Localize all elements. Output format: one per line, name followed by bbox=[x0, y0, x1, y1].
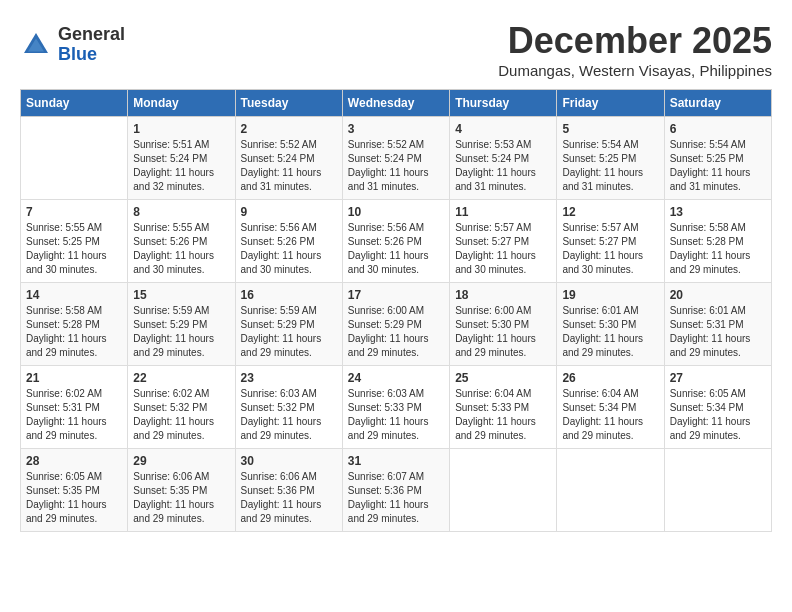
calendar-cell: 20Sunrise: 6:01 AM Sunset: 5:31 PM Dayli… bbox=[664, 283, 771, 366]
logo-icon bbox=[20, 29, 52, 61]
calendar-cell: 5Sunrise: 5:54 AM Sunset: 5:25 PM Daylig… bbox=[557, 117, 664, 200]
day-number: 15 bbox=[133, 288, 229, 302]
day-number: 19 bbox=[562, 288, 658, 302]
day-info: Sunrise: 5:56 AM Sunset: 5:26 PM Dayligh… bbox=[241, 221, 337, 277]
calendar-cell: 14Sunrise: 5:58 AM Sunset: 5:28 PM Dayli… bbox=[21, 283, 128, 366]
calendar-week-3: 21Sunrise: 6:02 AM Sunset: 5:31 PM Dayli… bbox=[21, 366, 772, 449]
day-info: Sunrise: 6:06 AM Sunset: 5:36 PM Dayligh… bbox=[241, 470, 337, 526]
logo-blue: Blue bbox=[58, 44, 97, 64]
day-number: 1 bbox=[133, 122, 229, 136]
location: Dumangas, Western Visayas, Philippines bbox=[498, 62, 772, 79]
day-info: Sunrise: 5:52 AM Sunset: 5:24 PM Dayligh… bbox=[241, 138, 337, 194]
day-info: Sunrise: 5:55 AM Sunset: 5:25 PM Dayligh… bbox=[26, 221, 122, 277]
calendar-cell: 16Sunrise: 5:59 AM Sunset: 5:29 PM Dayli… bbox=[235, 283, 342, 366]
calendar-cell: 6Sunrise: 5:54 AM Sunset: 5:25 PM Daylig… bbox=[664, 117, 771, 200]
day-info: Sunrise: 6:07 AM Sunset: 5:36 PM Dayligh… bbox=[348, 470, 444, 526]
calendar-cell: 8Sunrise: 5:55 AM Sunset: 5:26 PM Daylig… bbox=[128, 200, 235, 283]
day-info: Sunrise: 5:54 AM Sunset: 5:25 PM Dayligh… bbox=[670, 138, 766, 194]
header-cell-tuesday: Tuesday bbox=[235, 90, 342, 117]
day-number: 18 bbox=[455, 288, 551, 302]
day-info: Sunrise: 5:59 AM Sunset: 5:29 PM Dayligh… bbox=[133, 304, 229, 360]
calendar-cell: 13Sunrise: 5:58 AM Sunset: 5:28 PM Dayli… bbox=[664, 200, 771, 283]
logo-general: General bbox=[58, 24, 125, 44]
day-info: Sunrise: 5:57 AM Sunset: 5:27 PM Dayligh… bbox=[455, 221, 551, 277]
calendar-cell bbox=[21, 117, 128, 200]
day-info: Sunrise: 5:58 AM Sunset: 5:28 PM Dayligh… bbox=[670, 221, 766, 277]
header-cell-wednesday: Wednesday bbox=[342, 90, 449, 117]
calendar-cell: 17Sunrise: 6:00 AM Sunset: 5:29 PM Dayli… bbox=[342, 283, 449, 366]
day-number: 27 bbox=[670, 371, 766, 385]
day-number: 2 bbox=[241, 122, 337, 136]
day-number: 31 bbox=[348, 454, 444, 468]
day-info: Sunrise: 6:03 AM Sunset: 5:33 PM Dayligh… bbox=[348, 387, 444, 443]
day-info: Sunrise: 6:04 AM Sunset: 5:34 PM Dayligh… bbox=[562, 387, 658, 443]
logo: General Blue bbox=[20, 25, 125, 65]
calendar-cell: 29Sunrise: 6:06 AM Sunset: 5:35 PM Dayli… bbox=[128, 449, 235, 532]
calendar-cell bbox=[450, 449, 557, 532]
calendar-week-4: 28Sunrise: 6:05 AM Sunset: 5:35 PM Dayli… bbox=[21, 449, 772, 532]
calendar-cell: 26Sunrise: 6:04 AM Sunset: 5:34 PM Dayli… bbox=[557, 366, 664, 449]
header-row: SundayMondayTuesdayWednesdayThursdayFrid… bbox=[21, 90, 772, 117]
day-info: Sunrise: 6:05 AM Sunset: 5:34 PM Dayligh… bbox=[670, 387, 766, 443]
header-cell-friday: Friday bbox=[557, 90, 664, 117]
calendar-cell: 9Sunrise: 5:56 AM Sunset: 5:26 PM Daylig… bbox=[235, 200, 342, 283]
calendar-cell: 10Sunrise: 5:56 AM Sunset: 5:26 PM Dayli… bbox=[342, 200, 449, 283]
calendar-cell: 23Sunrise: 6:03 AM Sunset: 5:32 PM Dayli… bbox=[235, 366, 342, 449]
day-info: Sunrise: 5:54 AM Sunset: 5:25 PM Dayligh… bbox=[562, 138, 658, 194]
day-number: 9 bbox=[241, 205, 337, 219]
day-number: 11 bbox=[455, 205, 551, 219]
day-info: Sunrise: 5:52 AM Sunset: 5:24 PM Dayligh… bbox=[348, 138, 444, 194]
day-number: 10 bbox=[348, 205, 444, 219]
header-cell-monday: Monday bbox=[128, 90, 235, 117]
calendar-week-1: 7Sunrise: 5:55 AM Sunset: 5:25 PM Daylig… bbox=[21, 200, 772, 283]
page-header: General Blue December 2025 Dumangas, Wes… bbox=[20, 20, 772, 79]
calendar-cell bbox=[557, 449, 664, 532]
day-info: Sunrise: 6:00 AM Sunset: 5:29 PM Dayligh… bbox=[348, 304, 444, 360]
day-info: Sunrise: 6:00 AM Sunset: 5:30 PM Dayligh… bbox=[455, 304, 551, 360]
calendar-cell: 25Sunrise: 6:04 AM Sunset: 5:33 PM Dayli… bbox=[450, 366, 557, 449]
calendar-cell: 19Sunrise: 6:01 AM Sunset: 5:30 PM Dayli… bbox=[557, 283, 664, 366]
logo-text: General Blue bbox=[58, 25, 125, 65]
calendar-table: SundayMondayTuesdayWednesdayThursdayFrid… bbox=[20, 89, 772, 532]
day-info: Sunrise: 6:03 AM Sunset: 5:32 PM Dayligh… bbox=[241, 387, 337, 443]
calendar-cell: 31Sunrise: 6:07 AM Sunset: 5:36 PM Dayli… bbox=[342, 449, 449, 532]
day-number: 25 bbox=[455, 371, 551, 385]
day-number: 29 bbox=[133, 454, 229, 468]
day-number: 7 bbox=[26, 205, 122, 219]
day-number: 13 bbox=[670, 205, 766, 219]
day-info: Sunrise: 6:06 AM Sunset: 5:35 PM Dayligh… bbox=[133, 470, 229, 526]
day-number: 17 bbox=[348, 288, 444, 302]
calendar-cell: 30Sunrise: 6:06 AM Sunset: 5:36 PM Dayli… bbox=[235, 449, 342, 532]
day-info: Sunrise: 5:58 AM Sunset: 5:28 PM Dayligh… bbox=[26, 304, 122, 360]
day-number: 24 bbox=[348, 371, 444, 385]
calendar-cell bbox=[664, 449, 771, 532]
day-info: Sunrise: 5:53 AM Sunset: 5:24 PM Dayligh… bbox=[455, 138, 551, 194]
calendar-cell: 24Sunrise: 6:03 AM Sunset: 5:33 PM Dayli… bbox=[342, 366, 449, 449]
month-title: December 2025 bbox=[498, 20, 772, 62]
day-number: 4 bbox=[455, 122, 551, 136]
day-info: Sunrise: 6:05 AM Sunset: 5:35 PM Dayligh… bbox=[26, 470, 122, 526]
day-number: 26 bbox=[562, 371, 658, 385]
calendar-cell: 11Sunrise: 5:57 AM Sunset: 5:27 PM Dayli… bbox=[450, 200, 557, 283]
calendar-cell: 22Sunrise: 6:02 AM Sunset: 5:32 PM Dayli… bbox=[128, 366, 235, 449]
day-info: Sunrise: 5:55 AM Sunset: 5:26 PM Dayligh… bbox=[133, 221, 229, 277]
day-number: 6 bbox=[670, 122, 766, 136]
day-number: 30 bbox=[241, 454, 337, 468]
header-cell-saturday: Saturday bbox=[664, 90, 771, 117]
day-number: 28 bbox=[26, 454, 122, 468]
day-info: Sunrise: 6:01 AM Sunset: 5:30 PM Dayligh… bbox=[562, 304, 658, 360]
calendar-week-2: 14Sunrise: 5:58 AM Sunset: 5:28 PM Dayli… bbox=[21, 283, 772, 366]
calendar-cell: 21Sunrise: 6:02 AM Sunset: 5:31 PM Dayli… bbox=[21, 366, 128, 449]
day-info: Sunrise: 6:02 AM Sunset: 5:31 PM Dayligh… bbox=[26, 387, 122, 443]
calendar-cell: 18Sunrise: 6:00 AM Sunset: 5:30 PM Dayli… bbox=[450, 283, 557, 366]
calendar-cell: 15Sunrise: 5:59 AM Sunset: 5:29 PM Dayli… bbox=[128, 283, 235, 366]
calendar-cell: 3Sunrise: 5:52 AM Sunset: 5:24 PM Daylig… bbox=[342, 117, 449, 200]
day-number: 21 bbox=[26, 371, 122, 385]
header-cell-thursday: Thursday bbox=[450, 90, 557, 117]
calendar-body: 1Sunrise: 5:51 AM Sunset: 5:24 PM Daylig… bbox=[21, 117, 772, 532]
day-number: 3 bbox=[348, 122, 444, 136]
calendar-cell: 27Sunrise: 6:05 AM Sunset: 5:34 PM Dayli… bbox=[664, 366, 771, 449]
day-number: 16 bbox=[241, 288, 337, 302]
calendar-cell: 28Sunrise: 6:05 AM Sunset: 5:35 PM Dayli… bbox=[21, 449, 128, 532]
day-info: Sunrise: 6:02 AM Sunset: 5:32 PM Dayligh… bbox=[133, 387, 229, 443]
